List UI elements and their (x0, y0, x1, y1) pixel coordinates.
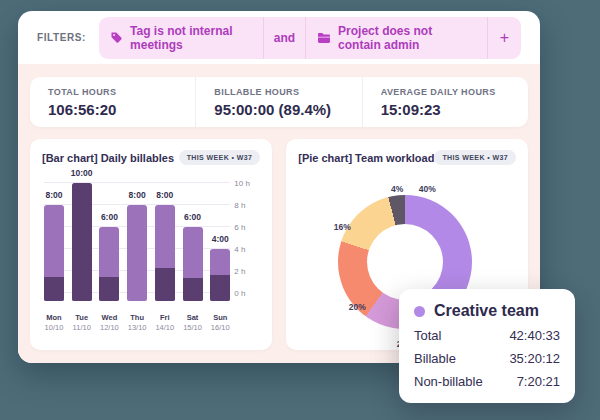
day-name: Tue (75, 313, 88, 323)
bar-dark-segment (72, 183, 92, 301)
filter-pill: Tag is not internal meetings and Project… (99, 17, 521, 59)
filter-bar: FILTERS: Tag is not internal meetings an… (18, 11, 540, 64)
x-axis-label: Tue11/10 (72, 313, 92, 333)
day-date: 15/10 (183, 323, 202, 333)
filter-condition-tag-label: Tag is not internal meetings (130, 24, 252, 52)
y-axis-tick: 6 h (234, 223, 260, 232)
stat-value: 15:09:23 (381, 101, 510, 118)
x-axis-label: Wed12/10 (99, 313, 119, 333)
bar-wed[interactable] (99, 227, 119, 301)
y-axis-tick: 10 h (234, 179, 260, 188)
bar-chart-card: [Bar chart] Daily billables THIS WEEK • … (30, 139, 272, 350)
pie-chart-week-badge: THIS WEEK • W37 (434, 150, 516, 165)
pie-percentage-label: 16% (334, 222, 351, 232)
bar-chart-header: [Bar chart] Daily billables THIS WEEK • … (42, 150, 260, 165)
bar-value-label: 8:00 (129, 190, 146, 200)
bar-mon[interactable] (44, 205, 64, 301)
filter-connector-label: and (274, 31, 295, 45)
bar-column: 10:00 (72, 168, 92, 301)
bar-value-label: 6:00 (101, 212, 118, 222)
tooltip-row-label: Non-billable (414, 374, 483, 389)
y-axis-tick: 4 h (234, 245, 260, 254)
y-axis-tick: 2 h (234, 267, 260, 276)
stat-average-daily-hours: AVERAGE DAILY HOURS 15:09:23 (362, 77, 528, 127)
stats-summary-card: TOTAL HOURS 106:56:20 BILLABLE HOURS 95:… (30, 77, 528, 127)
tooltip-row-value: 35:20:12 (509, 351, 560, 366)
bar-chart-plot: 8:0010:006:008:008:006:004:00 Mon10/10Tu… (42, 175, 260, 333)
day-date: 13/10 (128, 323, 147, 333)
bar-sun[interactable] (210, 249, 230, 301)
bar-fri[interactable] (155, 205, 175, 301)
bar-dark-segment (44, 277, 64, 302)
stat-label: BILLABLE HOURS (214, 87, 343, 97)
tooltip-header: Creative team (414, 302, 560, 320)
bar-column: 6:00 (183, 212, 203, 301)
tooltip-row-label: Total (414, 328, 441, 343)
bar-value-label: 8:00 (156, 190, 173, 200)
stat-total-hours: TOTAL HOURS 106:56:20 (30, 77, 195, 127)
bar-dark-segment (183, 278, 203, 301)
filter-connector-and[interactable]: and (264, 17, 306, 59)
day-date: 10/10 (45, 323, 64, 333)
series-color-dot (414, 306, 425, 317)
tooltip-title: Creative team (434, 302, 539, 320)
day-name: Mon (46, 313, 61, 323)
bar-dark-segment (210, 275, 230, 301)
bar-tue[interactable] (72, 183, 92, 301)
tooltip-row-label: Billable (414, 351, 456, 366)
day-date: 11/10 (73, 323, 91, 333)
day-name: Thu (130, 313, 144, 323)
filters-label: FILTERS: (37, 32, 86, 43)
day-date: 14/10 (155, 323, 174, 333)
bar-column: 4:00 (210, 234, 230, 301)
bar-chart-title: [Bar chart] Daily billables (42, 152, 174, 164)
stat-label: TOTAL HOURS (48, 87, 177, 97)
tooltip-row-value: 7:20:21 (517, 374, 560, 389)
bar-sat[interactable] (183, 227, 203, 301)
pie-chart-title: [Pie chart] Team workload (298, 152, 434, 164)
pie-chart-header: [Pie chart] Team workload THIS WEEK • W3… (298, 150, 516, 165)
bar-chart-x-axis: Mon10/10Tue11/10Wed12/10Thu13/10Fri14/10… (44, 313, 230, 333)
filter-condition-project[interactable]: Project does not contain admin (306, 17, 488, 59)
pie-percentage-label: 4% (391, 184, 403, 194)
chart-tooltip: Creative team Total 42:40:33 Billable 35… (399, 289, 575, 403)
day-name: Sat (187, 313, 199, 323)
stat-value: 106:56:20 (48, 101, 177, 118)
x-axis-label: Thu13/10 (127, 313, 147, 333)
bar-dark-segment (155, 268, 175, 301)
day-date: 16/10 (211, 323, 230, 333)
bar-value-label: 8:00 (45, 190, 62, 200)
day-date: 12/10 (100, 323, 119, 333)
x-axis-label: Sat15/10 (183, 313, 203, 333)
bar-dark-segment (99, 277, 119, 302)
day-name: Wed (102, 313, 118, 323)
bar-chart-bars: 8:0010:006:008:008:006:004:00 (44, 175, 230, 301)
stat-value: 95:00:00 (89.4%) (214, 101, 343, 118)
tooltip-row-nonbillable: Non-billable 7:20:21 (414, 374, 560, 389)
bar-column: 8:00 (127, 190, 147, 301)
pie-percentage-label: 20% (349, 302, 366, 312)
filter-condition-project-label: Project does not contain admin (338, 24, 476, 52)
bar-column: 8:00 (155, 190, 175, 301)
add-filter-button[interactable]: + (488, 17, 521, 59)
bar-value-label: 10:00 (71, 168, 93, 178)
pie-percentage-label: 40% (419, 184, 436, 194)
bar-chart-week-badge: THIS WEEK • W37 (179, 150, 261, 165)
bar-thu[interactable] (127, 205, 147, 301)
x-axis-label: Mon10/10 (44, 313, 64, 333)
tag-icon (110, 31, 123, 44)
bar-value-label: 4:00 (212, 234, 229, 244)
y-axis-tick: 0 h (234, 289, 260, 298)
tooltip-row-billable: Billable 35:20:12 (414, 351, 560, 366)
folder-icon (317, 32, 331, 44)
filter-condition-tag[interactable]: Tag is not internal meetings (99, 17, 264, 59)
x-axis-label: Sun16/10 (210, 313, 230, 333)
stat-label: AVERAGE DAILY HOURS (381, 87, 510, 97)
dashboard-background: FILTERS: Tag is not internal meetings an… (0, 0, 600, 420)
bar-value-label: 6:00 (184, 212, 201, 222)
bar-column: 6:00 (99, 212, 119, 301)
tooltip-row-value: 42:40:33 (509, 328, 560, 343)
stat-billable-hours: BILLABLE HOURS 95:00:00 (89.4%) (195, 77, 361, 127)
bar-column: 8:00 (44, 190, 64, 301)
x-axis-label: Fri14/10 (155, 313, 175, 333)
